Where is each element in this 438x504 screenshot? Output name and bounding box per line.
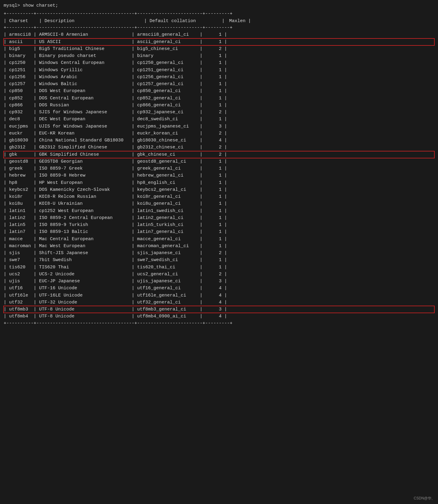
table-row: | cp1251 | Windows Cyrillic | cp1251_gen… [4,67,434,74]
table-row: | keybcs2 | DOS Kamenicky Czech-Slovak |… [4,186,434,193]
table-row: | ujis | EUC-JP Japanese | ujis_japanese… [4,278,434,285]
terminal: mysql> show charset; +----------+-------… [0,0,438,504]
table-row: | hebrew | ISO 8859-8 Hebrew | hebrew_ge… [4,172,434,179]
top-divider: +----------+----------------------------… [4,11,434,18]
header-collation: Default collation [150,18,219,25]
table-row: | latin2 | ISO 8859-2 Central European |… [4,214,434,221]
table-row: | eucjpms | UJIS for Windows Japanese | … [4,123,434,130]
header-description: Description [44,18,141,25]
pipe: | [36,18,44,25]
table-row: | macroman | Mac West European | macroma… [4,243,434,250]
table-row: | geostd8 | GEOSTD8 Georgian | geostd8_g… [4,158,434,165]
table-row: | cp932 | SJIS for Windows Japanese | cp… [4,109,434,116]
table-row: | utf8mb3 | UTF-8 Unicode | utf8mb3_gene… [4,306,434,313]
table-row: | cp1256 | Windows Arabic | cp1256_gener… [4,74,434,81]
table-row: | utf16 | UTF-16 Unicode | utf16_general… [4,285,434,292]
table-row: | swe7 | 7bit Swedish | swe7_swedish_ci … [4,257,434,264]
pipe: | [141,18,150,25]
table-row: | gb2312 | GB2312 Simplified Chinese | g… [4,144,434,151]
table-row: | gb18030 | China National Standard GB18… [4,137,434,144]
rows-container: | armscii8 | ARMSCII-8 Armenian | armsci… [4,31,434,320]
table-row: | utf32 | UTF-32 Unicode | utf32_general… [4,299,434,306]
table-row: | euckr | EUC-KR Korean | euckr_korean_c… [4,130,434,137]
pipe: | [4,18,9,25]
header-charset: Charset [9,18,36,25]
table-row: | utf8mb4 | UTF-8 Unicode | utf8mb4_0900… [4,313,434,320]
table-row: | koi8u | KOI8-U Ukrainian | koi8u_gener… [4,200,434,207]
table-row: | dec8 | DEC West European | dec8_swedis… [4,116,434,123]
table-row: | latin5 | ISO 8859-9 Turkish | latin5_t… [4,221,434,228]
table-row: | gbk | GBK Simplified Chinese | gbk_chi… [4,151,434,158]
table-row: | big5 | Big5 Traditional Chinese | big5… [4,45,434,52]
table-row: | ascii | US ASCII | ascii_general_ci | … [4,38,434,45]
mid-divider: +----------+----------------------------… [4,25,434,31]
table-row: | utf16le | UTF-16LE Unicode | utf16le_g… [4,292,434,299]
watermark: CSDN@华、 [414,496,435,501]
pipe: | [245,18,251,25]
table-row: | sjis | Shift-JIS Japanese | sjis_japan… [4,250,434,257]
table-row: | latin7 | ISO 8859-13 Baltic | latin7_g… [4,228,434,235]
header-maxlen: Maxlen [227,18,245,25]
table-row: | tis620 | TIS620 Thai | tis620_thai_ci … [4,264,434,271]
table-row: | hp8 | HP West European | hp8_english_c… [4,179,434,186]
table-row: | macce | Mac Central European | macce_g… [4,236,434,243]
bottom-divider: +----------+----------------------------… [4,320,434,327]
table-container: +----------+----------------------------… [4,11,434,327]
table-row: | armscii8 | ARMSCII-8 Armenian | armsci… [4,31,434,38]
table-row: | cp866 | DOS Russian | cp866_general_ci… [4,102,434,109]
table-row: | cp850 | DOS West European | cp850_gene… [4,88,434,94]
table-row: | koi8r | KOI8-R Relcom Russian | koi8r_… [4,193,434,200]
command-line: mysql> show charset; [4,3,434,8]
table-row: | binary | Binary pseudo charset | binar… [4,52,434,59]
table-row: | greek | ISO 8859-7 Greek | greek_gener… [4,165,434,172]
table-row: | latin1 | cp1252 West European | latin1… [4,207,434,214]
table-row: | cp852 | DOS Central European | cp852_g… [4,95,434,102]
table-row: | cp1257 | Windows Baltic | cp1257_gener… [4,81,434,88]
header-row: | Charset | Description | Default collat… [4,18,434,25]
table-row: | cp1250 | Windows Central European | cp… [4,59,434,66]
pipe: | [219,18,227,25]
table-row: | ucs2 | UCS-2 Unicode | ucs2_general_ci… [4,271,434,278]
